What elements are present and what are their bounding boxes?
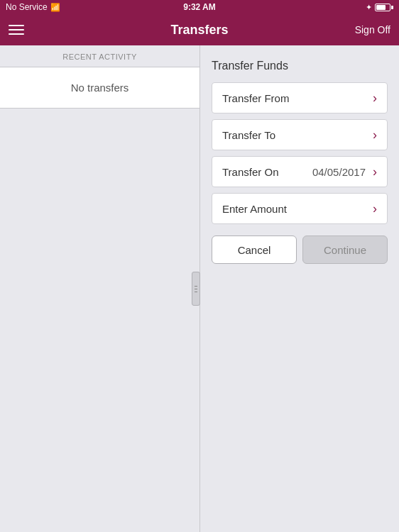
transfer-to-row[interactable]: Transfer To ›	[212, 119, 388, 150]
no-transfers-label: No transfers	[0, 67, 200, 109]
transfer-funds-title: Transfer Funds	[212, 60, 388, 72]
right-panel: Transfer Funds Transfer From › Transfer …	[200, 45, 399, 532]
transfer-to-right: ›	[373, 128, 377, 143]
nav-bar: Transfers Sign Off	[0, 14, 399, 45]
transfer-on-right: 04/05/2017 ›	[312, 165, 377, 179]
divider-handle[interactable]	[192, 272, 200, 306]
left-panel: RECENT ACTIVITY No transfers	[0, 45, 200, 532]
sign-off-button[interactable]: Sign Off	[355, 24, 390, 35]
status-bar-time: 9:32 AM	[183, 2, 216, 12]
divider-handle-lines	[195, 286, 197, 292]
transfer-on-row[interactable]: Transfer On 04/05/2017 ›	[212, 156, 388, 187]
enter-amount-label: Enter Amount	[222, 203, 287, 215]
status-bar-left: No Service 📶	[6, 2, 60, 12]
status-bar: No Service 📶 9:32 AM ✦	[0, 0, 399, 14]
transfer-from-chevron: ›	[373, 91, 377, 106]
transfer-on-value: 04/05/2017	[312, 166, 366, 178]
status-bar-right: ✦	[366, 3, 393, 12]
main-layout: RECENT ACTIVITY No transfers Transfer Fu…	[0, 45, 399, 532]
bluetooth-icon: ✦	[366, 3, 372, 12]
continue-button[interactable]: Continue	[302, 235, 388, 264]
nav-title: Transfers	[170, 23, 228, 38]
enter-amount-right: ›	[373, 201, 377, 216]
hamburger-menu-icon[interactable]	[9, 25, 24, 35]
enter-amount-chevron: ›	[373, 201, 377, 216]
transfer-to-label: Transfer To	[222, 129, 275, 141]
wifi-icon: 📶	[50, 3, 60, 12]
battery-icon	[375, 4, 393, 11]
recent-activity-header: RECENT ACTIVITY	[0, 45, 200, 67]
enter-amount-row[interactable]: Enter Amount ›	[212, 193, 388, 224]
service-label: No Service	[6, 2, 48, 12]
transfer-to-chevron: ›	[373, 128, 377, 143]
buttons-row: Cancel Continue	[212, 235, 388, 264]
transfer-on-label: Transfer On	[222, 166, 278, 178]
transfer-on-chevron: ›	[373, 165, 377, 179]
transfer-from-label: Transfer From	[222, 92, 289, 104]
cancel-button[interactable]: Cancel	[212, 235, 297, 264]
transfer-from-right: ›	[373, 91, 377, 106]
transfer-from-row[interactable]: Transfer From ›	[212, 82, 388, 113]
